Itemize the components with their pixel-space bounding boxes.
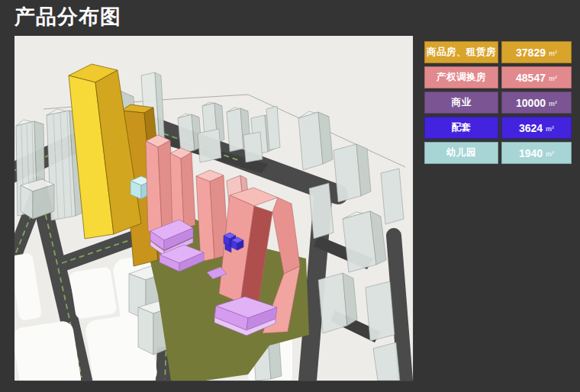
3d-scene-svg	[14, 36, 413, 381]
legend-value-number: 37829	[516, 47, 546, 59]
legend-row-support: 配套 3624 m²	[424, 117, 572, 139]
slide: 产品分布图	[0, 0, 580, 392]
legend-value-unit: m²	[546, 150, 554, 158]
legend-label: 配套	[424, 117, 498, 139]
legend-table: 商品房、租赁房 37829 m² 产权调换房 48547 m² 商业 10000…	[424, 41, 572, 167]
legend-value: 48547 m²	[501, 66, 572, 88]
legend-label: 产权调换房	[424, 66, 498, 88]
legend-value-unit: m²	[549, 100, 557, 108]
page-title: 产品分布图	[14, 3, 121, 31]
legend-label: 商品房、租赁房	[424, 41, 498, 63]
legend-value-number: 48547	[516, 72, 546, 84]
legend-value-unit: m²	[549, 75, 557, 82]
legend-row-property-exchange: 产权调换房 48547 m²	[424, 66, 572, 88]
legend-value-number: 10000	[516, 97, 546, 109]
legend-row-commercial: 商业 10000 m²	[424, 92, 572, 114]
legend-row-commodity-rental: 商品房、租赁房 37829 m²	[424, 41, 572, 63]
product-distribution-3d-render	[14, 36, 413, 381]
legend-value-unit: m²	[549, 50, 557, 57]
legend-label: 商业	[424, 92, 498, 114]
legend-value: 10000 m²	[501, 92, 572, 114]
legend-row-kindergarten: 幼儿园 1940 m²	[424, 142, 572, 164]
legend-value-number: 3624	[519, 122, 543, 134]
legend-value: 3624 m²	[501, 117, 572, 139]
legend-value: 1940 m²	[501, 142, 572, 164]
legend-value: 37829 m²	[501, 41, 572, 63]
legend-value-number: 1940	[519, 147, 543, 159]
legend-label: 幼儿园	[424, 142, 498, 164]
legend-value-unit: m²	[546, 125, 554, 133]
